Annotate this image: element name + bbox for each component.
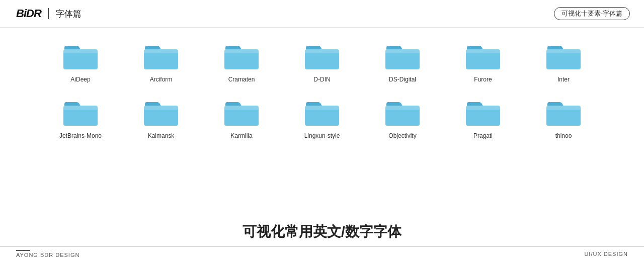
folder-label: Lingxun-style	[304, 132, 340, 140]
bottom-title: 可视化常用英文/数字字体	[0, 222, 644, 246]
folder-item[interactable]: D-DIN	[282, 37, 362, 84]
folder-icon	[382, 93, 423, 128]
svg-rect-27	[546, 106, 581, 110]
folder-label: AiDeep	[70, 76, 90, 84]
folder-label: DS-Digital	[389, 76, 416, 84]
folder-item[interactable]: AiDeep	[40, 37, 121, 84]
folder-icon	[60, 93, 101, 128]
svg-rect-15	[63, 106, 98, 110]
folder-label: thinoo	[555, 132, 572, 140]
svg-rect-13	[546, 49, 581, 53]
folder-icon	[60, 37, 101, 72]
svg-rect-23	[385, 106, 420, 110]
folder-label: D-DIN	[313, 76, 330, 84]
bottom-section: 可视化常用英文/数字字体 AYONG BDR DESIGN UI/UX DESI…	[0, 222, 644, 262]
folder-icon	[141, 37, 181, 72]
svg-rect-17	[144, 106, 178, 110]
folder-label: Inter	[557, 76, 570, 84]
folder-item[interactable]: Arciform	[121, 37, 201, 84]
bottom-bar-line	[16, 250, 30, 251]
svg-rect-21	[305, 106, 339, 110]
header: BiDR 字体篇 可视化十要素-字体篇	[0, 0, 644, 28]
folder-item[interactable]: DS-Digital	[362, 37, 443, 84]
folder-label: Arciform	[150, 76, 173, 84]
bottom-bar: AYONG BDR DESIGN UI/UX DESIGN	[0, 246, 644, 262]
header-left: BiDR 字体篇	[16, 7, 82, 20]
folder-icon	[221, 37, 262, 72]
header-right: 可视化十要素-字体篇	[554, 7, 630, 20]
folder-item[interactable]: Karmilla	[201, 93, 282, 140]
folder-label: Furore	[474, 76, 492, 84]
folder-item[interactable]: Furore	[443, 37, 523, 84]
folder-label: Objectivity	[388, 132, 416, 140]
header-tag: 可视化十要素-字体篇	[554, 7, 630, 20]
svg-rect-1	[63, 49, 98, 53]
logo-bdr: BiDR	[16, 7, 41, 20]
svg-rect-3	[144, 49, 178, 53]
bottom-brand-left: AYONG BDR DESIGN	[16, 252, 79, 258]
folder-item[interactable]: Objectivity	[362, 93, 443, 140]
bottom-brand-right: UI/UX DESIGN	[584, 251, 628, 257]
svg-rect-25	[466, 106, 500, 110]
folder-icon	[543, 93, 584, 128]
main-content: AiDeep Arciform Cramaten D-DIN	[0, 28, 644, 140]
bottom-bar-left: AYONG BDR DESIGN	[16, 250, 79, 258]
folder-item[interactable]: JetBrains-Mono	[40, 93, 121, 140]
folder-icon	[382, 37, 423, 72]
folder-icon	[463, 37, 503, 72]
folder-icon	[543, 37, 584, 72]
folder-icon	[302, 37, 342, 72]
svg-rect-11	[466, 49, 500, 53]
folder-label: Karmilla	[230, 132, 252, 140]
folder-item[interactable]: Lingxun-style	[282, 93, 362, 140]
folder-item[interactable]: Pragati	[443, 93, 523, 140]
svg-rect-7	[305, 49, 339, 53]
folder-grid: AiDeep Arciform Cramaten D-DIN	[40, 37, 604, 140]
folder-label: Kalmansk	[148, 132, 175, 140]
logo-divider	[48, 8, 49, 19]
folder-icon	[221, 93, 262, 128]
folder-label: Cramaten	[228, 76, 255, 84]
folder-label: JetBrains-Mono	[59, 132, 102, 140]
svg-rect-5	[224, 49, 259, 53]
folder-label: Pragati	[473, 132, 493, 140]
folder-icon	[141, 93, 181, 128]
logo-subtitle: 字体篇	[56, 8, 82, 20]
svg-rect-19	[224, 106, 259, 110]
folder-icon	[302, 93, 342, 128]
folder-item[interactable]: Inter	[523, 37, 604, 84]
folder-item[interactable]: thinoo	[523, 93, 604, 140]
folder-icon	[463, 93, 503, 128]
folder-item[interactable]: Cramaten	[201, 37, 282, 84]
svg-rect-9	[385, 49, 420, 53]
folder-item[interactable]: Kalmansk	[121, 93, 201, 140]
